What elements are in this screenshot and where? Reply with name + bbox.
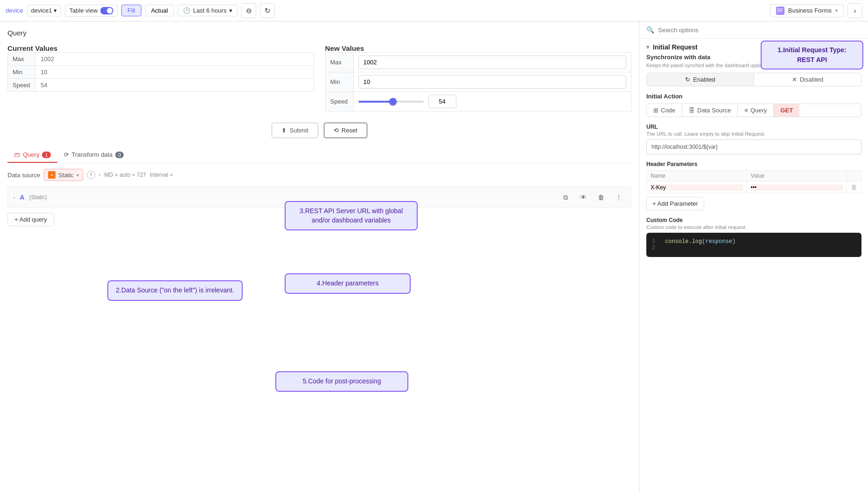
new-max-field[interactable]	[353, 53, 631, 72]
param-name-cell[interactable]	[647, 181, 747, 193]
action-tab-code[interactable]: ⊞ Code	[647, 104, 682, 117]
current-values-table: Max 1002 Min 10 Speed 54	[7, 52, 314, 92]
device-chevron-icon: ▾	[54, 7, 57, 14]
add-parameter-button[interactable]: + Add Parameter	[646, 197, 704, 210]
device-select[interactable]: device1 ▾	[27, 5, 62, 16]
transform-tab-label: Transform data	[72, 151, 113, 158]
initial-action-label: Initial Action	[646, 93, 861, 100]
md-info-label: MD = auto = 727	[105, 172, 146, 178]
header-param-row: 🗑	[647, 181, 861, 193]
code-line-2: 2	[652, 245, 856, 251]
search-bar: 🔍	[640, 21, 868, 39]
action-tab-query[interactable]: ≡ Query	[738, 104, 774, 117]
new-min-field[interactable]	[353, 72, 631, 92]
new-speed-field[interactable]	[353, 92, 631, 111]
max-value: 1002	[36, 53, 314, 66]
tab-transform[interactable]: ⟳ Transform data 0	[57, 147, 131, 163]
transform-tab-icon: ⟳	[64, 151, 69, 158]
query-row: › A (Static) ⧉ 👁 🗑 ⋮	[7, 187, 631, 208]
table-view-toggle[interactable]: Table view	[65, 5, 118, 17]
refresh-icon: ↻	[265, 7, 271, 15]
new-values-table: Max Min Speed	[325, 52, 632, 111]
new-speed-label: Speed	[325, 92, 353, 111]
param-value-input[interactable]	[751, 184, 843, 191]
line-number-2: 2	[652, 245, 658, 251]
param-name-input[interactable]	[651, 184, 743, 191]
delete-query-button[interactable]: 🗑	[595, 191, 608, 204]
query-tab-icon: 🗃	[14, 151, 20, 158]
annotation-2: 2.Data Source ("on the left") is irrelev…	[107, 280, 243, 301]
section-title: Initial Request	[653, 43, 698, 51]
speed-number-input[interactable]	[428, 95, 456, 108]
new-values-section: New Values Max Min	[325, 44, 632, 111]
code-icon: ⊞	[653, 107, 658, 114]
toggle-knob[interactable]	[100, 7, 113, 14]
table-row: Max 1002	[8, 53, 314, 66]
url-field-desc: The URL to call. Leave empty to skip Ini…	[646, 131, 861, 137]
tab-query[interactable]: 🗃 Query 1	[7, 147, 57, 163]
app-chevron-down-icon: ▾	[835, 8, 838, 13]
url-field-label: URL	[646, 124, 861, 130]
device-select-value: device1	[31, 7, 52, 14]
table-row: Min	[325, 72, 631, 92]
param-delete-cell[interactable]: 🗑	[847, 181, 861, 193]
copy-icon: ⧉	[563, 194, 568, 201]
device-label: device	[6, 7, 23, 14]
code-tab-label: Code	[661, 107, 675, 114]
min-value: 10	[36, 66, 314, 79]
chevron-right-icon: ›	[854, 7, 856, 14]
sync-enabled-option[interactable]: ↻ Enabled	[647, 73, 754, 86]
sync-disabled-label: Disabled	[800, 76, 824, 83]
delete-param-icon[interactable]: 🗑	[851, 183, 857, 191]
copy-query-button[interactable]: ⧉	[559, 191, 572, 204]
more-options-button[interactable]: ⋮	[612, 191, 625, 204]
url-input[interactable]	[646, 139, 861, 154]
line-number-1: 1	[652, 238, 658, 245]
expand-icon[interactable]: ›	[14, 195, 15, 200]
table-row: Speed	[325, 92, 631, 111]
max-label: Max	[8, 53, 36, 66]
submit-button[interactable]: ⬆ Submit	[272, 123, 318, 138]
time-chevron-icon: ▾	[229, 7, 232, 14]
code-block[interactable]: 1 console.log(response) 2	[646, 233, 861, 257]
min-input[interactable]	[358, 75, 627, 89]
search-input[interactable]	[658, 27, 861, 34]
sync-enabled-icon: ↻	[685, 76, 690, 83]
forward-arrow-icon: ›	[99, 172, 101, 178]
min-label: Min	[8, 66, 36, 79]
table-row: Min 10	[8, 66, 314, 79]
interval-label: Interval =	[150, 172, 173, 178]
main-layout: Query Current Values Max 1002 Min 10 Spe…	[0, 21, 868, 493]
reset-label: Reset	[342, 127, 357, 134]
fill-button[interactable]: Fill	[121, 5, 141, 16]
visibility-toggle-button[interactable]: 👁	[577, 191, 590, 204]
help-button[interactable]: ?	[87, 171, 95, 179]
actual-button[interactable]: Actual	[145, 5, 174, 16]
search-icon: 🔍	[646, 26, 654, 34]
datasource-icon: ≡	[48, 171, 56, 179]
param-value-cell[interactable]	[747, 181, 847, 193]
action-tab-datasource[interactable]: 🗄 Data Source	[682, 104, 738, 117]
action-tab-get[interactable]: GET	[774, 104, 799, 117]
action-buttons: ⬆ Submit ⟲ Reset	[7, 123, 631, 138]
sync-disabled-option[interactable]: ✕ Disabled	[754, 73, 861, 86]
collapse-icon[interactable]: ▾	[646, 44, 649, 50]
datasource-tab-label: Data Source	[697, 107, 731, 114]
speed-slider[interactable]	[358, 101, 424, 103]
app-selector[interactable]: BF Business Forms ▾	[770, 4, 844, 17]
reset-button[interactable]: ⟲ Reset	[324, 123, 367, 138]
datasource-row: Data source ≡ Static ▾ ? › MD = auto = 7…	[7, 169, 631, 181]
app-name-label: Business Forms	[788, 7, 832, 14]
datasource-select[interactable]: ≡ Static ▾	[44, 169, 83, 181]
nav-forward-button[interactable]: ›	[847, 3, 862, 18]
refresh-button[interactable]: ↻	[260, 3, 275, 18]
name-column-header: Name	[647, 171, 747, 181]
datasource-value: Static	[58, 172, 74, 179]
add-query-button[interactable]: + Add query	[7, 213, 54, 226]
submit-label: Submit	[289, 127, 308, 134]
query-type-label: (Static)	[29, 194, 47, 201]
time-range-picker[interactable]: 🕐 Last 6 hours ▾	[178, 5, 238, 16]
zoom-out-button[interactable]: ⊖	[241, 3, 256, 18]
value-column-header: Value	[747, 171, 847, 181]
max-input[interactable]	[358, 56, 627, 69]
